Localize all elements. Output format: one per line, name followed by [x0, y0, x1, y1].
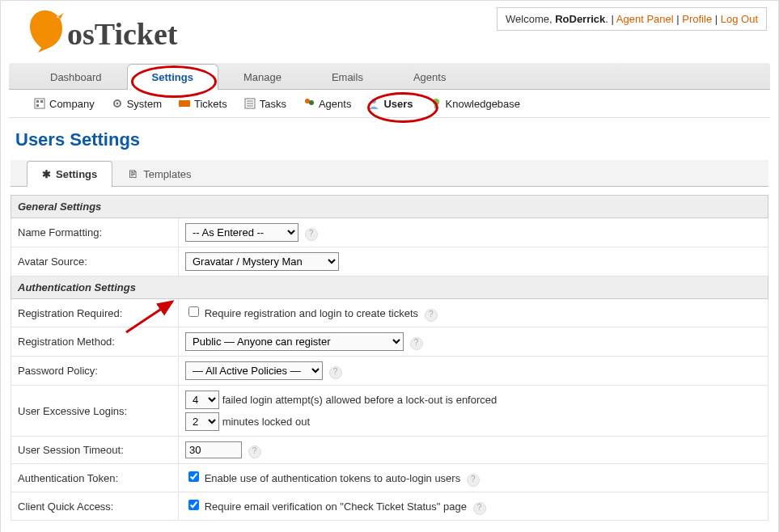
- welcome-username: RoDerrick: [555, 13, 605, 25]
- label-avatar-source: Avatar Source:: [11, 247, 179, 277]
- help-icon[interactable]: ?: [473, 502, 486, 515]
- help-icon[interactable]: ?: [410, 337, 423, 350]
- auth-token-checkbox[interactable]: [188, 471, 199, 482]
- quick-access-text: Require email verification on "Check Tic…: [205, 500, 467, 513]
- quick-access-checkbox[interactable]: [188, 500, 199, 510]
- svg-point-13: [309, 100, 314, 105]
- label-session-timeout: User Session Timeout:: [11, 437, 179, 464]
- failed-attempts-text: failed login attempt(s) allowed before a…: [222, 394, 497, 406]
- asterisk-icon: ✱: [42, 168, 51, 180]
- help-icon[interactable]: ?: [467, 474, 480, 487]
- registration-method-select[interactable]: Public — Anyone can register: [185, 332, 404, 351]
- lightbulb-icon: [430, 97, 442, 110]
- label-password-policy: Password Policy:: [11, 357, 179, 386]
- svg-rect-7: [179, 100, 190, 107]
- label-registration-method: Registration Method:: [11, 327, 179, 357]
- svg-text:osTicket: osTicket: [67, 17, 178, 51]
- building-icon: [33, 97, 46, 110]
- main-nav: Dashboard Settings Manage Emails Agents: [9, 63, 770, 90]
- welcome-text: Welcome,: [506, 13, 555, 25]
- subnav-company[interactable]: Company: [25, 95, 103, 112]
- subnav-system[interactable]: System: [103, 95, 170, 112]
- subnav-knowledgebase[interactable]: Knowledgebase: [421, 95, 529, 112]
- lockout-minutes-text: minutes locked out: [222, 416, 310, 428]
- session-timeout-input[interactable]: [185, 441, 242, 458]
- registration-required-checkbox[interactable]: [188, 306, 199, 317]
- inner-tabs: ✱ Settings 🖹 Templates: [11, 160, 768, 187]
- help-icon[interactable]: ?: [425, 309, 438, 322]
- settings-form: General Settings Name Formatting: -- As …: [11, 195, 768, 521]
- label-quick-access: Client Quick Access:: [11, 492, 179, 521]
- svg-point-14: [371, 99, 376, 103]
- help-icon[interactable]: ?: [329, 366, 342, 379]
- gear-icon: [111, 97, 124, 110]
- nav-manage[interactable]: Manage: [218, 64, 307, 90]
- subnav-tasks[interactable]: Tasks: [235, 95, 294, 112]
- user-icon: [367, 97, 380, 110]
- people-icon: [303, 97, 315, 110]
- auth-token-text: Enable use of authentication tokens to a…: [205, 472, 461, 484]
- ticket-icon: [178, 97, 191, 110]
- logo: osTicket: [7, 4, 186, 57]
- svg-rect-3: [40, 100, 43, 103]
- nav-dashboard[interactable]: Dashboard: [25, 64, 127, 90]
- lockout-minutes-select[interactable]: 2: [185, 412, 219, 431]
- help-icon[interactable]: ?: [248, 445, 261, 458]
- section-general: General Settings: [11, 196, 768, 218]
- label-excessive-logins: User Excessive Logins:: [11, 386, 179, 437]
- failed-attempts-select[interactable]: 4: [185, 391, 219, 409]
- tab-settings[interactable]: ✱ Settings: [27, 161, 112, 187]
- label-registration-required: Registration Required:: [11, 299, 179, 327]
- svg-rect-4: [36, 104, 39, 107]
- svg-rect-1: [35, 99, 44, 108]
- password-policy-select[interactable]: — All Active Policies —: [185, 361, 323, 380]
- svg-point-6: [116, 103, 118, 105]
- section-auth: Authentication Settings: [11, 277, 768, 299]
- agent-panel-link[interactable]: Agent Panel: [616, 13, 674, 25]
- help-icon[interactable]: ?: [305, 228, 318, 241]
- svg-rect-2: [36, 100, 39, 103]
- name-formatting-select[interactable]: -- As Entered --: [185, 223, 298, 242]
- page-title: Users Settings: [15, 129, 778, 150]
- tab-templates[interactable]: 🖹 Templates: [112, 161, 206, 187]
- label-name-formatting: Name Formatting:: [11, 218, 179, 247]
- welcome-box: Welcome, RoDerrick. | Agent Panel | Prof…: [497, 7, 767, 31]
- svg-point-15: [433, 99, 439, 105]
- svg-rect-16: [434, 105, 438, 108]
- file-icon: 🖹: [128, 168, 138, 180]
- avatar-source-select[interactable]: Gravatar / Mystery Man: [185, 252, 339, 271]
- nav-agents[interactable]: Agents: [388, 64, 471, 90]
- registration-required-text: Require registration and login to create…: [205, 307, 418, 319]
- sub-nav: Company System Tickets Tasks Agents User…: [9, 90, 770, 118]
- profile-link[interactable]: Profile: [682, 13, 712, 25]
- nav-settings[interactable]: Settings: [127, 64, 218, 90]
- subnav-tickets[interactable]: Tickets: [170, 95, 235, 112]
- label-auth-token: Authentication Token:: [11, 464, 179, 492]
- subnav-agents[interactable]: Agents: [294, 95, 359, 112]
- list-icon: [243, 97, 256, 110]
- nav-emails[interactable]: Emails: [307, 64, 388, 90]
- subnav-users[interactable]: Users: [359, 95, 421, 112]
- logout-link[interactable]: Log Out: [721, 13, 758, 25]
